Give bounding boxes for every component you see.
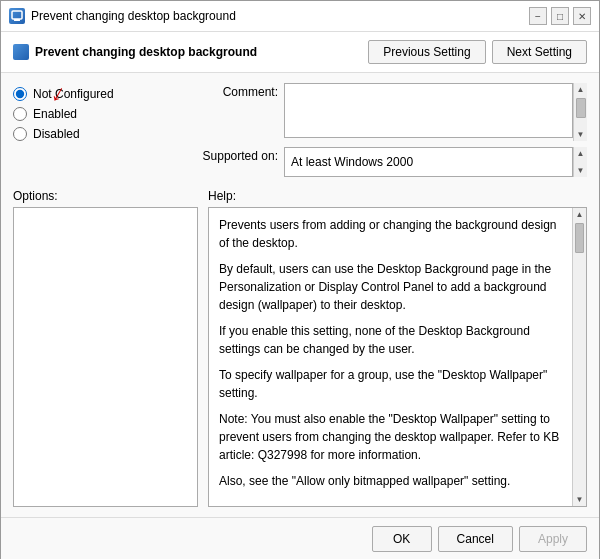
radio-column: ↓ Not Configured Enabled Disabled <box>13 83 198 179</box>
help-scroll-up[interactable]: ▲ <box>573 208 586 221</box>
svg-rect-1 <box>14 19 20 21</box>
help-title: Help: <box>208 189 587 203</box>
not-configured-radio[interactable] <box>13 87 27 101</box>
options-box <box>13 207 198 507</box>
supported-scroll-up[interactable]: ▲ <box>575 147 587 160</box>
not-configured-label: Not Configured <box>33 87 114 101</box>
main-window: Prevent changing desktop background − □ … <box>0 0 600 559</box>
svg-rect-0 <box>12 11 22 19</box>
help-text: Prevents users from adding or changing t… <box>209 208 572 506</box>
scroll-thumb <box>576 98 586 118</box>
maximize-button[interactable]: □ <box>551 7 569 25</box>
supported-scrollbar: ▲ ▼ <box>573 147 587 177</box>
help-paragraph: Note: You must also enable the "Desktop … <box>219 410 562 464</box>
supported-value: At least Windows 2000 <box>284 147 573 177</box>
right-column: Comment: ▲ ▼ Supported on: <box>198 83 587 179</box>
help-paragraph: If you enable this setting, none of the … <box>219 322 562 358</box>
content-area: ↓ Not Configured Enabled Disabled Commen… <box>1 73 599 517</box>
header-title: Prevent changing desktop background <box>13 44 257 60</box>
help-scrollbar: ▲ ▼ <box>572 208 586 506</box>
help-paragraph: By default, users can use the Desktop Ba… <box>219 260 562 314</box>
footer: OK Cancel Apply <box>1 517 599 559</box>
options-panel: Options: <box>13 189 198 507</box>
close-button[interactable]: ✕ <box>573 7 591 25</box>
comment-row: Comment: ▲ ▼ <box>198 83 587 141</box>
header-title-text: Prevent changing desktop background <box>35 45 257 59</box>
window-icon <box>9 8 25 24</box>
help-paragraph: Prevents users from adding or changing t… <box>219 216 562 252</box>
comment-scrollbar: ▲ ▼ <box>573 83 587 141</box>
not-configured-option[interactable]: Not Configured <box>13 87 198 101</box>
comment-textarea[interactable] <box>284 83 573 138</box>
title-bar-controls: − □ ✕ <box>529 7 591 25</box>
help-scroll-track <box>573 221 586 493</box>
help-scroll-thumb <box>575 223 584 253</box>
supported-scroll-down[interactable]: ▼ <box>575 164 587 177</box>
prev-setting-button[interactable]: Previous Setting <box>368 40 485 64</box>
help-paragraph: Also, see the "Allow only bitmapped wall… <box>219 472 562 490</box>
header-section: Prevent changing desktop background Prev… <box>1 32 599 73</box>
apply-button[interactable]: Apply <box>519 526 587 552</box>
enabled-option[interactable]: Enabled <box>13 107 198 121</box>
enabled-radio[interactable] <box>13 107 27 121</box>
lower-section: Options: Help: Prevents users from addin… <box>13 189 587 507</box>
options-title: Options: <box>13 189 198 203</box>
disabled-radio[interactable] <box>13 127 27 141</box>
cancel-button[interactable]: Cancel <box>438 526 513 552</box>
header-icon <box>13 44 29 60</box>
help-box: Prevents users from adding or changing t… <box>208 207 587 507</box>
help-paragraph: To specify wallpaper for a group, use th… <box>219 366 562 402</box>
title-bar-left: Prevent changing desktop background <box>9 8 236 24</box>
supported-row: Supported on: At least Windows 2000 ▲ ▼ <box>198 147 587 177</box>
scroll-thumb-area <box>576 96 586 128</box>
ok-button[interactable]: OK <box>372 526 432 552</box>
supported-label: Supported on: <box>198 147 278 163</box>
help-panel: Help: Prevents users from adding or chan… <box>208 189 587 507</box>
help-scroll-down[interactable]: ▼ <box>573 493 586 506</box>
window-title: Prevent changing desktop background <box>31 9 236 23</box>
disabled-option[interactable]: Disabled <box>13 127 198 141</box>
title-bar: Prevent changing desktop background − □ … <box>1 1 599 32</box>
scroll-down-arrow[interactable]: ▼ <box>575 128 587 141</box>
next-setting-button[interactable]: Next Setting <box>492 40 587 64</box>
scroll-up-arrow[interactable]: ▲ <box>575 83 587 96</box>
radio-section: ↓ Not Configured Enabled Disabled Commen… <box>13 83 587 179</box>
minimize-button[interactable]: − <box>529 7 547 25</box>
enabled-label: Enabled <box>33 107 77 121</box>
header-buttons: Previous Setting Next Setting <box>368 40 587 64</box>
comment-label: Comment: <box>198 83 278 99</box>
disabled-label: Disabled <box>33 127 80 141</box>
